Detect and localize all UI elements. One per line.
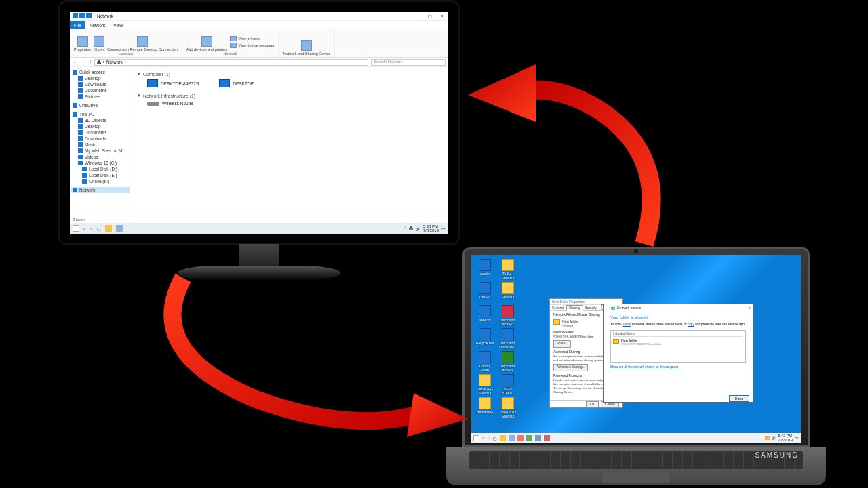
- desktop-icon-to-do-shortcut[interactable]: To Do - Shortcut: [498, 259, 517, 280]
- desktop-icon-microsoft-office-wo-[interactable]: Microsoft Office Wo...: [498, 328, 517, 349]
- nav-documents[interactable]: Documents: [71, 87, 130, 94]
- app-icon[interactable]: [526, 435, 532, 441]
- nav-music[interactable]: Music: [71, 142, 130, 148]
- back-button[interactable]: ←: [73, 59, 78, 65]
- nav-3d-objects[interactable]: 3D Objects: [71, 117, 130, 123]
- breadcrumb[interactable]: 🖧 › Network ›: [94, 59, 368, 66]
- tab-security[interactable]: Security: [583, 305, 599, 310]
- properties-button[interactable]: Properties: [74, 36, 91, 52]
- maximize-button[interactable]: ◻: [427, 13, 433, 20]
- nav-downloads2[interactable]: Downloads: [71, 136, 130, 142]
- up-button[interactable]: ↑: [89, 59, 92, 65]
- desktop-icon-admin[interactable]: Admin: [475, 259, 494, 276]
- tray-up-icon[interactable]: ˄: [404, 226, 406, 231]
- clock[interactable]: 5:38 PM7/8/2019: [423, 224, 439, 232]
- nav-documents2[interactable]: Documents: [71, 129, 130, 136]
- desktop-icon-control-panel[interactable]: Control Panel: [475, 351, 494, 372]
- chrome-icon[interactable]: [105, 225, 112, 232]
- desktop-icon-recycle-bin[interactable]: Recycle Bin: [475, 328, 494, 345]
- cortana-icon[interactable]: ○: [488, 436, 490, 440]
- app-icon[interactable]: [535, 435, 541, 441]
- nav-network[interactable]: Network: [71, 187, 130, 193]
- tray-up-icon[interactable]: ˄: [761, 436, 763, 440]
- group-computer-header[interactable]: ▾ Computer (1): [138, 71, 443, 77]
- desktop-icon-handbrake[interactable]: Handbrake: [475, 397, 494, 414]
- sharing-center-button[interactable]: Network and Sharing Center: [283, 40, 330, 56]
- email-link[interactable]: e-mail: [623, 323, 631, 326]
- desktop-icon-video-2018-shortcut[interactable]: Video 2018 Shortcut: [498, 397, 517, 418]
- close-button[interactable]: ✕: [439, 13, 446, 20]
- tab-file[interactable]: File: [70, 21, 85, 29]
- copy-link[interactable]: copy: [688, 323, 694, 326]
- start-button[interactable]: [473, 435, 479, 441]
- icon-glyph: [479, 397, 491, 409]
- search-icon[interactable]: ⌕: [83, 226, 86, 230]
- app-icon[interactable]: [544, 435, 550, 441]
- remote-desktop-button[interactable]: Connect with Remote Desktop Connection: [107, 36, 178, 52]
- nav-this-pc[interactable]: This PC: [71, 111, 130, 117]
- search-input[interactable]: Search Network: [371, 59, 446, 66]
- tab-view[interactable]: View: [109, 21, 127, 29]
- desktop-monitor: Network ─ ◻ ✕ File Network View Properti…: [58, 0, 460, 285]
- network-tray-icon[interactable]: 🖧: [409, 226, 413, 230]
- shared-state: Shared: [562, 324, 578, 329]
- desktop-icon-network[interactable]: Network: [475, 305, 494, 322]
- nav-f-drive[interactable]: Online (F:): [71, 178, 130, 184]
- clock[interactable]: 5:42 PM7/8/2019: [778, 434, 793, 442]
- tab-network[interactable]: Network: [85, 21, 109, 29]
- notifications-icon[interactable]: ▭: [441, 226, 446, 231]
- nav-quick-access[interactable]: Quick access: [71, 69, 130, 75]
- computer-item-2[interactable]: DESKTOP: [219, 79, 254, 87]
- minimize-button[interactable]: ─: [414, 13, 421, 20]
- chrome-icon[interactable]: [500, 435, 506, 441]
- explorer-icon[interactable]: [509, 435, 515, 441]
- nav-onedrive[interactable]: OneDrive: [71, 102, 130, 108]
- arrow-left-icon[interactable]: ←: [606, 306, 609, 310]
- nav-downloads[interactable]: Downloads: [71, 81, 130, 87]
- close-button[interactable]: ✕: [748, 306, 751, 310]
- cortana-icon[interactable]: ○: [90, 226, 93, 230]
- nav-websites[interactable]: My Web Sites on M: [71, 148, 130, 154]
- app-icon[interactable]: [517, 435, 524, 441]
- wifi-icon[interactable]: 📶: [765, 436, 770, 440]
- share-list-item[interactable]: New folder \\DESKTOP-84E37S\New folder: [613, 338, 743, 346]
- explorer-icon[interactable]: [116, 225, 123, 232]
- icon-label: Shortcut: [498, 295, 517, 299]
- nav-c-drive[interactable]: Windows 10 (C:): [71, 160, 130, 166]
- nav-videos[interactable]: Videos: [71, 154, 130, 160]
- ok-button[interactable]: OK: [586, 401, 599, 407]
- view-printers-button[interactable]: View printers: [230, 36, 274, 41]
- nav-d-drive[interactable]: Local Disk (D:): [71, 166, 130, 172]
- done-button[interactable]: Done: [729, 395, 749, 402]
- start-button[interactable]: [73, 225, 79, 232]
- nav-desktop[interactable]: Desktop: [71, 75, 130, 81]
- notifications-icon[interactable]: ▭: [795, 436, 799, 440]
- share-button[interactable]: Share...: [553, 340, 571, 347]
- open-button[interactable]: Open: [94, 36, 104, 52]
- search-icon[interactable]: ⌕: [482, 436, 485, 440]
- tab-general[interactable]: General: [550, 305, 566, 310]
- router-item[interactable]: Wireless Router: [147, 101, 193, 106]
- computer-item-1[interactable]: DESKTOP-84E37S: [147, 79, 199, 87]
- advanced-sharing-button[interactable]: Advanced Sharing...: [553, 364, 588, 371]
- sound-tray-icon[interactable]: 🔊: [416, 226, 420, 231]
- desktop-icon-shortcut[interactable]: Shortcut: [498, 282, 517, 299]
- icon-glyph: [502, 328, 514, 340]
- desktop-icon-bsp-2019-0-[interactable]: BSP-2019.0...: [498, 374, 517, 395]
- desktop-icon-microsoft-office-po-[interactable]: Microsoft Office Po...: [498, 305, 517, 326]
- group-infra-header[interactable]: ▾ Network Infrastructure (1): [138, 93, 443, 98]
- taskview-icon[interactable]: ▢: [97, 226, 101, 231]
- sound-icon[interactable]: 🔊: [772, 436, 776, 440]
- desktop-icon-onlive-f-shortcut[interactable]: Onlive (F) - Shortcut: [475, 374, 494, 395]
- tab-sharing[interactable]: Sharing: [566, 305, 583, 311]
- forward-button[interactable]: →: [81, 59, 86, 65]
- desktop-icon-this-pc[interactable]: This PC: [475, 282, 494, 299]
- nav-pictures[interactable]: Pictures: [71, 94, 130, 100]
- nav-desktop2[interactable]: Desktop: [71, 123, 130, 129]
- view-webpage-button[interactable]: View device webpage: [230, 43, 274, 48]
- taskview-icon[interactable]: ▢: [493, 436, 497, 441]
- show-shares-link[interactable]: Show me all the network shares on this c…: [610, 365, 746, 369]
- desktop-icon-microsoft-office-ex-[interactable]: Microsoft Office Ex...: [498, 351, 517, 372]
- nav-e-drive[interactable]: Local Disk (E:): [71, 172, 130, 178]
- add-devices-button[interactable]: Add devices and printers: [186, 36, 228, 52]
